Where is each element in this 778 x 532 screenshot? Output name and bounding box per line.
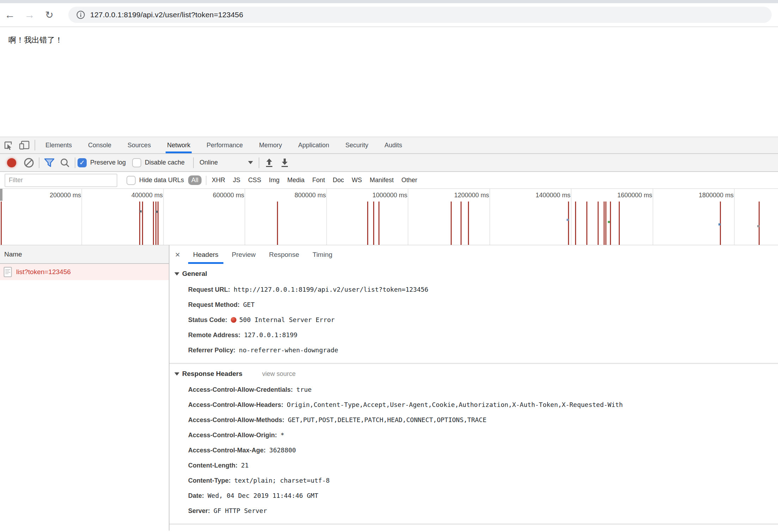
timeline-error-tick (1, 202, 2, 245)
device-toolbar-icon[interactable] (16, 140, 32, 150)
tab-headers[interactable]: Headers (193, 245, 218, 264)
import-har-icon[interactable] (261, 157, 277, 168)
tab-audits[interactable]: Audits (384, 137, 402, 153)
back-icon[interactable]: ← (0, 9, 20, 21)
header-name: Access-Control-Allow-Methods: (188, 416, 284, 423)
header-value: 500 Internal Server Error (239, 316, 335, 323)
tab-preview[interactable]: Preview (232, 245, 256, 264)
header-row: Request URL:http://127.0.0.1:8199/api.v2… (169, 282, 778, 297)
filter-type-ws[interactable]: WS (352, 177, 362, 184)
filter-type-font[interactable]: Font (312, 177, 325, 184)
section-title: Response Headers (182, 370, 242, 378)
timeline-error-tick (451, 202, 452, 245)
preserve-log-checkbox[interactable]: ✓ (78, 158, 87, 167)
collapse-triangle-icon[interactable] (174, 372, 179, 376)
separator (39, 157, 39, 168)
record-icon[interactable] (7, 158, 16, 167)
tab-console[interactable]: Console (88, 137, 111, 153)
throttling-dropdown[interactable]: Online (199, 159, 253, 166)
collapse-triangle-icon[interactable] (174, 272, 179, 276)
header-row: Access-Control-Max-Age:3628800 (169, 443, 778, 458)
timeline-request-dot (757, 225, 759, 227)
header-name: Content-Length: (188, 462, 237, 469)
request-list-pane: Name list?token=123456 (0, 245, 169, 531)
timeline-error-tick (568, 202, 569, 245)
header-row: Access-Control-Allow-Origin:* (169, 428, 778, 443)
timeline-error-tick (155, 202, 156, 245)
tab-security[interactable]: Security (345, 137, 368, 153)
header-name: Request URL: (188, 286, 230, 293)
timeline-gridline: 1600000 ms (653, 189, 653, 245)
timeline-error-tick (468, 202, 469, 245)
forward-icon[interactable]: → (20, 9, 39, 21)
timeline-gridline: 1400000 ms (571, 189, 572, 245)
timeline-label: 1800000 ms (699, 192, 734, 199)
close-icon[interactable]: × (175, 250, 180, 260)
timeline-label: 1000000 ms (372, 192, 407, 199)
network-overview-timeline[interactable]: 200000 ms 400000 ms 600000 ms 800000 ms … (0, 189, 778, 245)
tab-application[interactable]: Application (298, 137, 329, 153)
tab-sources[interactable]: Sources (128, 137, 151, 153)
details-tabbar: × Headers Preview Response Timing (169, 245, 778, 264)
header-name: Content-Type: (188, 477, 231, 484)
timeline-error-tick (158, 202, 159, 245)
network-toolbar: ✓ Preserve log Disable cache Online (0, 154, 778, 172)
name-column-header[interactable]: Name (0, 245, 169, 264)
hide-data-urls-checkbox[interactable] (126, 176, 136, 185)
filter-type-img[interactable]: Img (269, 177, 279, 184)
header-row: Content-Length:21 (169, 458, 778, 473)
filter-type-xhr[interactable]: XHR (212, 177, 225, 184)
tab-elements[interactable]: Elements (45, 137, 72, 153)
tab-performance[interactable]: Performance (206, 137, 243, 153)
filter-type-all[interactable]: All (188, 175, 202, 185)
timeline-label: 1400000 ms (536, 192, 570, 199)
filter-type-media[interactable]: Media (287, 177, 304, 184)
separator (75, 157, 75, 168)
clear-icon[interactable] (21, 157, 37, 168)
tab-response[interactable]: Response (269, 245, 299, 264)
filter-type-manifest[interactable]: Manifest (370, 177, 394, 184)
timeline-error-tick (610, 202, 611, 245)
timeline-request-dot (140, 210, 142, 212)
timeline-error-tick (367, 202, 368, 245)
tab-network[interactable]: Network (167, 137, 190, 153)
filter-type-js[interactable]: JS (233, 177, 240, 184)
timeline-error-tick (139, 202, 140, 245)
filter-type-css[interactable]: CSS (248, 177, 261, 184)
filter-input[interactable] (5, 174, 117, 187)
header-row: Date:Wed, 04 Dec 2019 11:44:46 GMT (169, 488, 778, 503)
address-bar[interactable]: 127.0.0.1:8199/api.v2/user/list?token=12… (68, 7, 772, 23)
tab-memory[interactable]: Memory (259, 137, 282, 153)
separator (35, 140, 35, 150)
timeline-gridline: 800000 ms (326, 189, 327, 245)
tab-timing[interactable]: Timing (313, 245, 332, 264)
timeline-gridline: 400000 ms (163, 189, 164, 245)
page-error-text: 啊！我出错了！ (8, 35, 778, 45)
header-name: Server: (188, 507, 210, 514)
timeline-error-tick (604, 202, 605, 245)
document-icon (4, 267, 12, 277)
network-filterbar: Hide data URLs All XHR JS CSS Img Media … (0, 172, 778, 189)
request-row[interactable]: list?token=123456 (0, 264, 169, 280)
header-name: Access-Control-Allow-Origin: (188, 432, 277, 439)
timeline-label: 1600000 ms (617, 192, 652, 199)
header-value: no-referrer-when-downgrade (239, 346, 338, 354)
info-icon[interactable] (76, 10, 85, 19)
filter-type-doc[interactable]: Doc (333, 177, 344, 184)
filter-icon[interactable] (42, 157, 57, 168)
filter-type-other[interactable]: Other (401, 177, 417, 184)
inspect-element-icon[interactable] (0, 140, 16, 150)
header-row: Request Method:GET (169, 297, 778, 313)
header-row: Access-Control-Allow-Methods:GET,PUT,POS… (169, 413, 778, 428)
header-value: Wed, 04 Dec 2019 11:44:46 GMT (208, 492, 318, 499)
timeline-error-tick (461, 202, 462, 245)
search-icon[interactable] (57, 157, 73, 168)
disable-cache-checkbox[interactable] (132, 158, 141, 167)
reload-icon[interactable]: ↻ (39, 9, 59, 21)
export-har-icon[interactable] (277, 157, 292, 168)
chevron-down-icon (248, 161, 253, 164)
view-source-link[interactable]: view source (262, 370, 296, 378)
header-value: 3628800 (269, 446, 296, 454)
header-value: * (280, 431, 284, 439)
header-value: 127.0.0.1:8199 (244, 331, 297, 339)
